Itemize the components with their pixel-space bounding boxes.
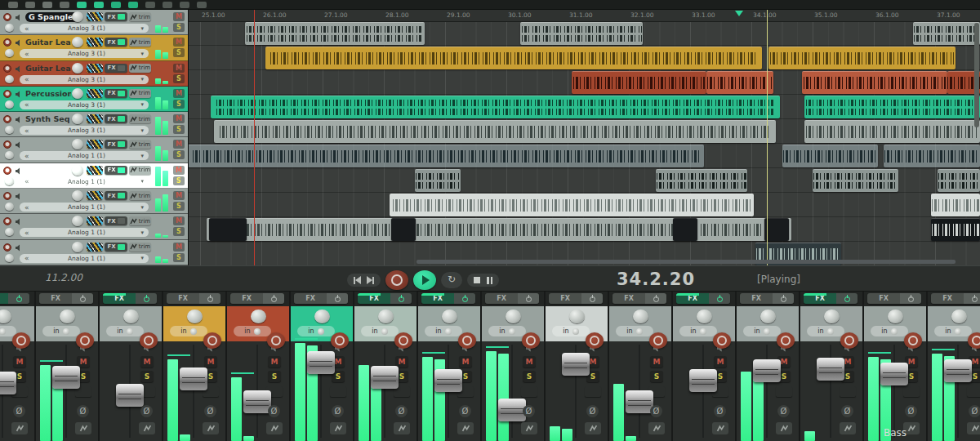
input-button[interactable]: in [743,326,781,336]
input-selector[interactable]: «Analog 3 (1)▾ [20,49,149,58]
phase-button[interactable]: Ø [586,405,599,417]
locking-icon[interactable] [197,2,207,8]
phase-button[interactable]: Ø [204,405,216,417]
input-selector[interactable]: «Analog 1 (1)▾ [20,151,149,160]
strip-fx-button[interactable]: FX [549,293,603,304]
mute-button[interactable]: M [173,140,185,149]
volume-knob[interactable] [72,37,83,47]
input-button[interactable]: in [297,326,335,336]
pan-knob[interactable] [5,49,14,57]
mute-button[interactable]: M [714,356,727,368]
strip-fx-button[interactable]: FX [0,293,29,304]
mixer-strip[interactable]: FX in M S Ø [673,292,737,441]
strip-fx-button[interactable]: FX [358,293,412,304]
audio-item[interactable] [390,194,754,216]
input-button[interactable]: in [807,326,844,336]
track-control-panel[interactable]: G Spangle FX trim «Analog 3 (1)▾ MS [0,10,188,35]
envelope-button[interactable] [266,422,283,434]
mute-button[interactable]: M [173,89,185,98]
playhead-line[interactable] [767,10,768,265]
audio-item[interactable] [265,47,762,69]
record-arm-button[interactable] [76,332,94,349]
track-name[interactable]: Percussion [25,89,71,98]
input-button[interactable]: in [616,326,653,336]
crossfade-icon[interactable] [163,2,172,8]
audio-item[interactable] [706,71,773,94]
input-button[interactable]: in [170,326,207,336]
strip-fx-button[interactable]: FX [167,293,220,304]
record-arm-icon[interactable] [3,90,11,98]
volume-knob[interactable] [72,242,83,252]
envelope-button[interactable] [139,422,155,434]
fx-bypass-button[interactable] [581,293,603,304]
fx-button[interactable]: FX [105,64,127,73]
audio-item[interactable] [245,22,425,45]
fx-bypass-button[interactable] [454,293,475,304]
track-control-panel[interactable]: FX trim «Analog 1 (1)▾ MS [0,163,188,189]
mixer-strip[interactable]: FX in M S Ø [100,292,163,441]
strip-fx-button[interactable]: FX [804,293,858,304]
phase-button[interactable]: Ø [268,405,280,417]
volume-knob[interactable] [72,190,83,201]
record-arm-button[interactable] [267,332,285,349]
fx-bypass-button[interactable] [900,293,921,304]
mixer-strip[interactable]: FX in M S Ø [36,292,100,441]
mixer-toggle-icon[interactable] [128,2,138,8]
mixer-strip[interactable]: FX in M S Ø Bass [864,292,928,441]
routing-button[interactable] [87,89,103,98]
trim-button[interactable]: trim [129,191,151,200]
strip-fx-button[interactable]: FX [740,293,794,304]
input-selector[interactable]: «Analog 3 (1)▾ [20,75,149,84]
mute-button[interactable]: M [140,356,154,368]
volume-fader[interactable] [0,372,16,394]
solo-button[interactable]: S [173,74,185,83]
pencil-icon[interactable] [25,2,35,8]
pan-knob[interactable] [506,310,521,323]
pan-knob[interactable] [760,310,776,323]
strip-fx-button[interactable]: FX [485,293,539,304]
track-control-panel[interactable]: FX trim «Analog 1 (1)▾ MS [0,189,188,214]
routing-button[interactable] [87,243,103,252]
record-arm-button[interactable] [586,332,604,349]
mute-button[interactable]: M [173,12,185,21]
solo-button[interactable]: S [173,202,185,211]
trim-button[interactable]: trim [129,12,151,21]
solo-button[interactable]: S [173,253,185,262]
fx-button[interactable]: FX [105,12,127,21]
fx-bypass-button[interactable] [263,293,284,304]
phase-button[interactable]: Ø [969,405,980,417]
record-arm-button[interactable] [649,332,667,349]
record-arm-button[interactable] [904,332,922,349]
trim-button[interactable]: trim [129,114,151,123]
pan-knob[interactable] [697,310,712,323]
strip-fx-button[interactable]: FX [676,293,730,304]
routing-button[interactable] [330,386,346,397]
strip-fx-button[interactable]: FX [867,293,921,304]
volume-fader[interactable] [180,368,207,390]
fx-button[interactable]: FX [105,191,127,200]
volume-knob[interactable] [72,165,83,176]
go-to-start-button[interactable] [354,276,361,284]
fx-bypass-button[interactable] [645,293,666,304]
record-arm-button[interactable] [458,332,476,349]
fx-bypass-button[interactable] [136,293,157,304]
selection-time-display[interactable]: 11.2.00 [45,272,82,283]
input-selector[interactable]: «Analog 1 (1)▾ [20,254,149,263]
record-arm-icon[interactable] [3,38,11,47]
solo-button[interactable]: S [173,227,185,236]
trim-button[interactable]: trim [129,140,151,149]
routing-button[interactable] [87,64,103,73]
routing-button[interactable] [87,12,103,21]
record-arm-button[interactable] [777,332,795,349]
fx-button[interactable]: FX [105,166,127,175]
mute-button[interactable]: M [173,243,185,252]
envelope-button[interactable] [203,422,219,434]
routing-button[interactable] [87,166,103,175]
input-selector[interactable]: «Analog 1 (1)▾ [20,228,149,237]
routing-button[interactable] [776,386,792,397]
pan-knob[interactable] [5,177,14,185]
pan-knob[interactable] [378,310,394,323]
fx-bypass-button[interactable] [327,293,348,304]
pan-knob[interactable] [123,310,139,323]
track-control-panel[interactable]: Synth Seq FX trim «Analog 3 (1)▾ MS [0,112,188,137]
